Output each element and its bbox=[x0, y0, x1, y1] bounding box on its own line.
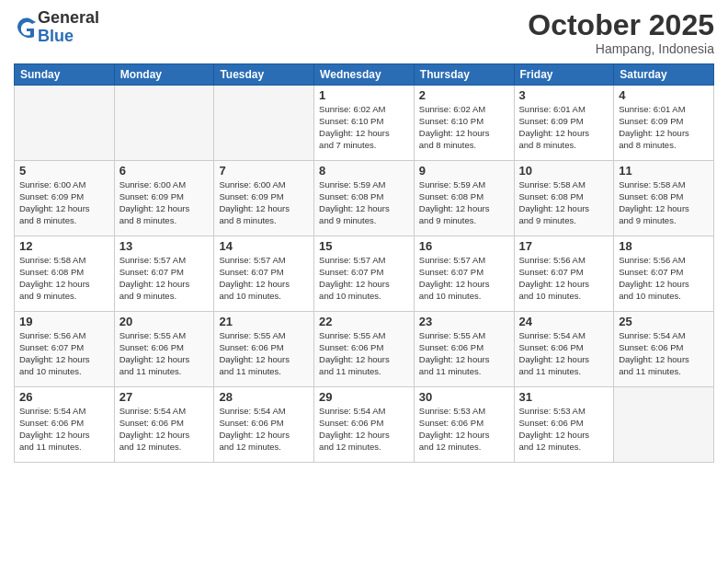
day-number: 14 bbox=[219, 239, 309, 253]
day-info: Sunrise: 5:56 AMSunset: 6:07 PMDaylight:… bbox=[19, 330, 109, 377]
table-row: 8Sunrise: 5:59 AMSunset: 6:08 PMDaylight… bbox=[314, 161, 415, 236]
header-friday: Friday bbox=[514, 64, 614, 86]
day-number: 21 bbox=[219, 315, 309, 328]
day-info: Sunrise: 5:57 AMSunset: 6:07 PMDaylight:… bbox=[119, 255, 210, 302]
day-info: Sunrise: 6:02 AMSunset: 6:10 PMDaylight:… bbox=[319, 104, 409, 151]
day-number: 26 bbox=[19, 390, 109, 404]
month-title: October 2025 bbox=[528, 9, 714, 41]
table-row: 24Sunrise: 5:54 AMSunset: 6:06 PMDayligh… bbox=[514, 312, 614, 387]
day-number: 15 bbox=[319, 239, 409, 253]
day-info: Sunrise: 5:53 AMSunset: 6:06 PMDaylight:… bbox=[419, 406, 509, 453]
table-row: 4Sunrise: 6:01 AMSunset: 6:09 PMDaylight… bbox=[614, 86, 714, 161]
day-number: 12 bbox=[19, 239, 109, 253]
day-number: 10 bbox=[519, 164, 609, 178]
weekday-header-row: Sunday Monday Tuesday Wednesday Thursday… bbox=[15, 64, 714, 86]
day-info: Sunrise: 5:53 AMSunset: 6:06 PMDaylight:… bbox=[519, 406, 609, 453]
day-number: 29 bbox=[319, 390, 409, 404]
table-row: 1Sunrise: 6:02 AMSunset: 6:10 PMDaylight… bbox=[314, 86, 415, 161]
day-number: 4 bbox=[619, 88, 709, 102]
table-row: 31Sunrise: 5:53 AMSunset: 6:06 PMDayligh… bbox=[514, 387, 614, 463]
logo-icon bbox=[16, 15, 38, 40]
table-row: 6Sunrise: 6:00 AMSunset: 6:09 PMDaylight… bbox=[114, 161, 214, 236]
calendar-table: Sunday Monday Tuesday Wednesday Thursday… bbox=[14, 63, 714, 463]
table-row: 2Sunrise: 6:02 AMSunset: 6:10 PMDaylight… bbox=[414, 86, 514, 161]
day-number: 7 bbox=[219, 164, 309, 178]
table-row: 26Sunrise: 5:54 AMSunset: 6:06 PMDayligh… bbox=[15, 387, 115, 463]
page: General Blue October 2025 Hampang, Indon… bbox=[0, 0, 728, 563]
table-row: 19Sunrise: 5:56 AMSunset: 6:07 PMDayligh… bbox=[15, 312, 115, 387]
day-number: 19 bbox=[19, 315, 109, 328]
day-info: Sunrise: 5:55 AMSunset: 6:06 PMDaylight:… bbox=[419, 330, 509, 377]
week-row-5: 26Sunrise: 5:54 AMSunset: 6:06 PMDayligh… bbox=[15, 387, 714, 463]
header-tuesday: Tuesday bbox=[214, 64, 314, 86]
day-info: Sunrise: 5:54 AMSunset: 6:06 PMDaylight:… bbox=[619, 330, 709, 377]
day-number: 8 bbox=[319, 164, 409, 178]
day-number: 28 bbox=[219, 390, 309, 404]
table-row: 9Sunrise: 5:59 AMSunset: 6:08 PMDaylight… bbox=[414, 161, 514, 236]
day-info: Sunrise: 5:55 AMSunset: 6:06 PMDaylight:… bbox=[219, 330, 309, 377]
day-info: Sunrise: 6:02 AMSunset: 6:10 PMDaylight:… bbox=[419, 104, 509, 151]
day-info: Sunrise: 5:57 AMSunset: 6:07 PMDaylight:… bbox=[219, 255, 309, 302]
week-row-2: 5Sunrise: 6:00 AMSunset: 6:09 PMDaylight… bbox=[15, 161, 714, 236]
day-info: Sunrise: 5:55 AMSunset: 6:06 PMDaylight:… bbox=[319, 330, 409, 377]
header-wednesday: Wednesday bbox=[314, 64, 415, 86]
day-info: Sunrise: 6:00 AMSunset: 6:09 PMDaylight:… bbox=[19, 179, 109, 226]
week-row-1: 1Sunrise: 6:02 AMSunset: 6:10 PMDaylight… bbox=[15, 86, 714, 161]
day-number: 30 bbox=[419, 390, 509, 404]
header-monday: Monday bbox=[114, 64, 214, 86]
day-number: 1 bbox=[319, 88, 409, 102]
table-row bbox=[614, 387, 714, 463]
day-number: 5 bbox=[19, 164, 109, 178]
day-number: 9 bbox=[419, 164, 509, 178]
day-info: Sunrise: 5:54 AMSunset: 6:06 PMDaylight:… bbox=[219, 406, 309, 453]
day-info: Sunrise: 5:55 AMSunset: 6:06 PMDaylight:… bbox=[119, 330, 210, 377]
title-block: October 2025 Hampang, Indonesia bbox=[528, 9, 714, 56]
day-number: 27 bbox=[119, 390, 210, 404]
day-info: Sunrise: 6:00 AMSunset: 6:09 PMDaylight:… bbox=[119, 179, 210, 226]
table-row: 20Sunrise: 5:55 AMSunset: 6:06 PMDayligh… bbox=[114, 312, 214, 387]
day-number: 24 bbox=[519, 315, 609, 328]
day-info: Sunrise: 5:56 AMSunset: 6:07 PMDaylight:… bbox=[619, 255, 709, 302]
day-info: Sunrise: 5:54 AMSunset: 6:06 PMDaylight:… bbox=[19, 406, 109, 453]
table-row: 21Sunrise: 5:55 AMSunset: 6:06 PMDayligh… bbox=[214, 312, 314, 387]
header-saturday: Saturday bbox=[614, 64, 714, 86]
day-info: Sunrise: 5:57 AMSunset: 6:07 PMDaylight:… bbox=[419, 255, 509, 302]
logo: General Blue bbox=[14, 9, 99, 46]
day-info: Sunrise: 5:59 AMSunset: 6:08 PMDaylight:… bbox=[419, 179, 509, 226]
day-number: 13 bbox=[119, 239, 210, 253]
day-number: 3 bbox=[519, 88, 609, 102]
table-row: 17Sunrise: 5:56 AMSunset: 6:07 PMDayligh… bbox=[514, 236, 614, 312]
day-info: Sunrise: 5:56 AMSunset: 6:07 PMDaylight:… bbox=[519, 255, 609, 302]
table-row: 22Sunrise: 5:55 AMSunset: 6:06 PMDayligh… bbox=[314, 312, 415, 387]
day-number: 11 bbox=[619, 164, 709, 178]
table-row: 18Sunrise: 5:56 AMSunset: 6:07 PMDayligh… bbox=[614, 236, 714, 312]
day-info: Sunrise: 6:01 AMSunset: 6:09 PMDaylight:… bbox=[619, 104, 709, 151]
table-row: 3Sunrise: 6:01 AMSunset: 6:09 PMDaylight… bbox=[514, 86, 614, 161]
day-info: Sunrise: 6:01 AMSunset: 6:09 PMDaylight:… bbox=[519, 104, 609, 151]
table-row: 30Sunrise: 5:53 AMSunset: 6:06 PMDayligh… bbox=[414, 387, 514, 463]
table-row: 13Sunrise: 5:57 AMSunset: 6:07 PMDayligh… bbox=[114, 236, 214, 312]
day-number: 22 bbox=[319, 315, 409, 328]
table-row bbox=[15, 86, 115, 161]
day-number: 6 bbox=[119, 164, 210, 178]
table-row bbox=[214, 86, 314, 161]
day-number: 25 bbox=[619, 315, 709, 328]
table-row: 7Sunrise: 6:00 AMSunset: 6:09 PMDaylight… bbox=[214, 161, 314, 236]
header-thursday: Thursday bbox=[414, 64, 514, 86]
week-row-3: 12Sunrise: 5:58 AMSunset: 6:08 PMDayligh… bbox=[15, 236, 714, 312]
day-info: Sunrise: 5:58 AMSunset: 6:08 PMDaylight:… bbox=[619, 179, 709, 226]
table-row: 29Sunrise: 5:54 AMSunset: 6:06 PMDayligh… bbox=[314, 387, 415, 463]
day-number: 18 bbox=[619, 239, 709, 253]
table-row: 27Sunrise: 5:54 AMSunset: 6:06 PMDayligh… bbox=[114, 387, 214, 463]
day-info: Sunrise: 5:58 AMSunset: 6:08 PMDaylight:… bbox=[519, 179, 609, 226]
week-row-4: 19Sunrise: 5:56 AMSunset: 6:07 PMDayligh… bbox=[15, 312, 714, 387]
table-row: 28Sunrise: 5:54 AMSunset: 6:06 PMDayligh… bbox=[214, 387, 314, 463]
table-row: 5Sunrise: 6:00 AMSunset: 6:09 PMDaylight… bbox=[15, 161, 115, 236]
header: General Blue October 2025 Hampang, Indon… bbox=[14, 9, 714, 56]
day-info: Sunrise: 6:00 AMSunset: 6:09 PMDaylight:… bbox=[219, 179, 309, 226]
table-row: 10Sunrise: 5:58 AMSunset: 6:08 PMDayligh… bbox=[514, 161, 614, 236]
day-info: Sunrise: 5:54 AMSunset: 6:06 PMDaylight:… bbox=[519, 330, 609, 377]
table-row: 14Sunrise: 5:57 AMSunset: 6:07 PMDayligh… bbox=[214, 236, 314, 312]
day-number: 17 bbox=[519, 239, 609, 253]
day-number: 2 bbox=[419, 88, 509, 102]
